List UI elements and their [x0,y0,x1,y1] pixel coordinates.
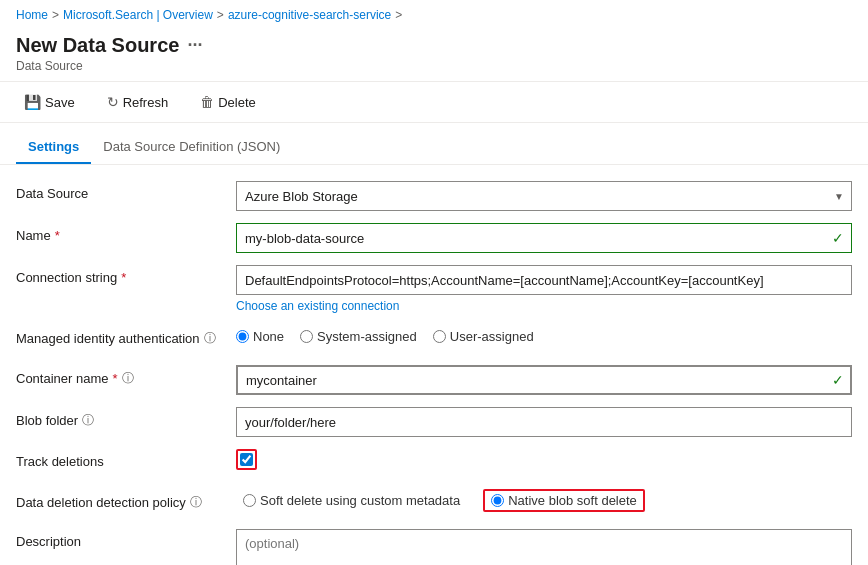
name-input[interactable] [236,223,852,253]
choose-connection-link[interactable]: Choose an existing connection [236,299,852,313]
connection-string-row: Connection string * Choose an existing c… [16,265,852,313]
radio-soft-delete[interactable]: Soft delete using custom metadata [236,490,467,511]
radio-user-assigned[interactable]: User-assigned [433,329,534,344]
deletion-policy-control: Soft delete using custom metadata Native… [236,489,852,512]
deletion-policy-radio-group: Soft delete using custom metadata Native… [236,489,852,512]
container-required: * [113,371,118,386]
blob-folder-row: Blob folder ⓘ [16,407,852,437]
connection-string-input[interactable] [236,265,852,295]
name-control: ✓ [236,223,852,253]
container-name-row: Container name * ⓘ ✓ [16,365,852,395]
data-source-label: Data Source [16,181,236,201]
managed-identity-label: Managed identity authentication ⓘ [16,325,236,347]
managed-identity-info-icon[interactable]: ⓘ [204,330,216,347]
deletion-policy-info-icon[interactable]: ⓘ [190,494,202,511]
radio-none[interactable]: None [236,329,284,344]
managed-identity-radio-group: None System-assigned User-assigned [236,325,852,344]
radio-none-input[interactable] [236,330,249,343]
tab-json[interactable]: Data Source Definition (JSON) [91,131,292,164]
description-row: Description [16,529,852,565]
container-name-input[interactable] [236,365,852,395]
toolbar: 💾 Save ↻ Refresh 🗑 Delete [0,82,868,123]
save-icon: 💾 [24,94,41,110]
breadcrumb-home[interactable]: Home [16,8,48,22]
refresh-button[interactable]: ↻ Refresh [99,90,177,114]
description-label: Description [16,529,236,549]
container-check-icon: ✓ [832,372,844,388]
page-subtitle: Data Source [16,59,852,73]
delete-icon: 🗑 [200,94,214,110]
radio-native-blob-input[interactable] [491,494,504,507]
data-source-control: Azure Blob Storage Azure SQL Database Az… [236,181,852,211]
breadcrumb-search[interactable]: Microsoft.Search | Overview [63,8,213,22]
description-control [236,529,852,565]
track-deletions-control [236,449,852,470]
radio-system-assigned[interactable]: System-assigned [300,329,417,344]
radio-soft-delete-input[interactable] [243,494,256,507]
name-row: Name * ✓ [16,223,852,253]
connection-string-label: Connection string * [16,265,236,285]
container-name-control: ✓ [236,365,852,395]
radio-user-input[interactable] [433,330,446,343]
data-source-row: Data Source Azure Blob Storage Azure SQL… [16,181,852,211]
blob-folder-info-icon[interactable]: ⓘ [82,412,94,429]
name-label: Name * [16,223,236,243]
breadcrumb: Home > Microsoft.Search | Overview > azu… [0,0,868,30]
radio-system-input[interactable] [300,330,313,343]
container-info-icon[interactable]: ⓘ [122,370,134,387]
refresh-icon: ↻ [107,94,119,110]
blob-folder-label: Blob folder ⓘ [16,407,236,429]
connection-string-control: Choose an existing connection [236,265,852,313]
track-deletions-highlight [236,449,257,470]
deletion-policy-label: Data deletion detection policy ⓘ [16,489,236,511]
radio-native-blob[interactable]: Native blob soft delete [483,489,645,512]
managed-identity-row: Managed identity authentication ⓘ None S… [16,325,852,353]
page-title: New Data Source [16,34,179,57]
blob-folder-input[interactable] [236,407,852,437]
tab-settings[interactable]: Settings [16,131,91,164]
tabs: Settings Data Source Definition (JSON) [0,131,868,165]
track-deletions-label: Track deletions [16,449,236,469]
save-button[interactable]: 💾 Save [16,90,83,114]
form-container: Data Source Azure Blob Storage Azure SQL… [0,165,868,565]
check-icon: ✓ [832,230,844,246]
conn-required: * [121,270,126,285]
page-header: New Data Source ··· Data Source [0,30,868,82]
managed-identity-control: None System-assigned User-assigned [236,325,852,344]
more-options-icon[interactable]: ··· [187,35,202,56]
deletion-policy-row: Data deletion detection policy ⓘ Soft de… [16,489,852,517]
data-source-select[interactable]: Azure Blob Storage Azure SQL Database Az… [236,181,852,211]
description-textarea[interactable] [236,529,852,565]
name-required: * [55,228,60,243]
track-deletions-row: Track deletions [16,449,852,477]
delete-button[interactable]: 🗑 Delete [192,90,264,114]
breadcrumb-service[interactable]: azure-cognitive-search-service [228,8,391,22]
track-deletions-checkbox[interactable] [240,453,253,466]
blob-folder-control [236,407,852,437]
container-name-label: Container name * ⓘ [16,365,236,387]
